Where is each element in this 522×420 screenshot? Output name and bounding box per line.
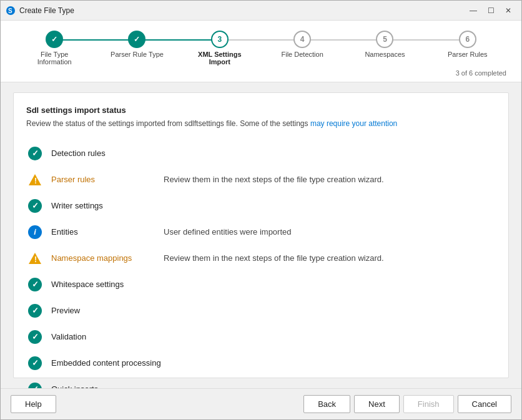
main-window: S Create File Type — ☐ ✕ ✓ File TypeInfo… — [0, 0, 522, 420]
window-controls: — ☐ ✕ — [465, 2, 516, 19]
icon-parser-rules: ! — [26, 171, 44, 188]
footer-right: Back Next Finish Cancel — [303, 395, 511, 413]
settings-row-validation: Validation — [26, 324, 496, 350]
step-6: 6 Parser Rules — [426, 31, 509, 58]
settings-row-whitespace: Whitespace settings — [26, 271, 496, 298]
settings-row-writer: Writer settings — [26, 193, 496, 219]
settings-row-quick-inserts: Quick inserts — [26, 376, 496, 388]
check-icon-preview — [28, 304, 42, 318]
svg-text:!: ! — [34, 255, 37, 264]
settings-name-embedded: Embedded content processing — [51, 358, 164, 368]
step-label-3: XML Settings Import — [192, 51, 248, 66]
footer-left: Help — [11, 395, 56, 413]
step-label-1: File TypeInformation — [37, 51, 72, 66]
panel-title: Sdl settings import status — [26, 105, 496, 115]
step-circle-3: 3 — [211, 31, 229, 48]
settings-row-parser-rules: ! Parser rules Review them in the next s… — [26, 167, 496, 193]
icon-entities — [26, 223, 44, 241]
window-title: Create File Type — [19, 6, 465, 15]
icon-whitespace — [26, 276, 44, 293]
check-icon-whitespace — [28, 278, 42, 291]
check-icon-detection — [28, 147, 42, 160]
icon-embedded — [26, 354, 44, 372]
icon-validation — [26, 328, 44, 346]
step-5: 5 Namespaces — [343, 31, 426, 58]
info-icon-entities — [28, 225, 42, 239]
settings-name-preview: Preview — [51, 306, 164, 315]
close-button[interactable]: ✕ — [500, 2, 516, 19]
step-2: ✓ Parser Rule Type — [96, 31, 178, 58]
title-bar: S Create File Type — ☐ ✕ — [1, 1, 521, 21]
icon-quick-inserts — [26, 381, 44, 388]
settings-name-whitespace: Whitespace settings — [51, 280, 164, 289]
step-label-5: Namespaces — [365, 51, 405, 58]
app-icon: S — [6, 6, 16, 16]
check-icon-quick — [28, 383, 42, 388]
settings-row-embedded: Embedded content processing — [26, 350, 496, 376]
finish-button[interactable]: Finish — [403, 395, 454, 413]
step-label-4: File Detection — [282, 51, 323, 58]
settings-list: Detection rules ! Parser rules — [26, 140, 496, 388]
svg-text:!: ! — [34, 177, 37, 185]
wizard-steps: ✓ File TypeInformation ✓ Parser Rule Typ… — [1, 21, 521, 82]
step-1: ✓ File TypeInformation — [13, 31, 96, 66]
step-4: 4 File Detection — [261, 31, 343, 58]
warn-icon-namespace: ! — [28, 252, 42, 265]
panel-subtitle: Review the status of the settings import… — [26, 119, 496, 129]
step-label-2: Parser Rule Type — [111, 51, 164, 58]
check-icon-embedded — [28, 356, 42, 370]
settings-desc-parser: Review them in the next steps of the fil… — [164, 175, 384, 184]
maximize-button[interactable]: ☐ — [483, 2, 499, 19]
settings-name-entities: Entities — [51, 227, 164, 237]
steps-progress: 3 of 6 completed — [13, 69, 509, 77]
icon-writer — [26, 197, 44, 215]
minimize-button[interactable]: — — [465, 2, 481, 19]
settings-row-preview: Preview — [26, 298, 496, 324]
settings-desc-entities: User defined entities were imported — [164, 227, 292, 237]
step-circle-4: 4 — [293, 31, 311, 48]
settings-row-namespace: ! Namespace mappings Review them in the … — [26, 245, 496, 271]
settings-row-entities: Entities User defined entities were impo… — [26, 219, 496, 245]
settings-name-namespace: Namespace mappings — [51, 253, 164, 263]
settings-row-detection-rules: Detection rules — [26, 140, 496, 167]
help-button[interactable]: Help — [11, 395, 56, 413]
settings-name-validation: Validation — [51, 332, 164, 341]
step-circle-2: ✓ — [128, 31, 145, 48]
cancel-button[interactable]: Cancel — [458, 395, 511, 413]
check-icon-writer — [28, 199, 42, 213]
step-3: 3 XML Settings Import — [179, 31, 261, 66]
subtitle-highlight: may require your attention — [310, 119, 397, 128]
icon-detection-rules — [26, 145, 44, 162]
step-circle-5: 5 — [376, 31, 393, 48]
step-circle-1: ✓ — [46, 31, 63, 48]
svg-text:S: S — [8, 7, 12, 14]
icon-namespace: ! — [26, 250, 44, 267]
content-area: Sdl settings import status Review the st… — [1, 82, 521, 388]
next-button[interactable]: Next — [354, 395, 400, 413]
check-icon-validation — [28, 330, 42, 344]
step-label-6: Parser Rules — [448, 51, 488, 58]
settings-name-detection: Detection rules — [51, 149, 164, 158]
settings-name-writer: Writer settings — [51, 201, 164, 210]
warn-icon-parser: ! — [28, 173, 42, 187]
icon-preview — [26, 302, 44, 320]
settings-name-parser: Parser rules — [51, 175, 164, 184]
subtitle-text-pre: Review the status of the settings import… — [26, 119, 310, 128]
steps-row: ✓ File TypeInformation ✓ Parser Rule Typ… — [13, 31, 509, 66]
step-circle-6: 6 — [459, 31, 476, 48]
import-panel: Sdl settings import status Review the st… — [13, 92, 509, 378]
back-button[interactable]: Back — [303, 395, 350, 413]
settings-desc-namespace: Review them in the next steps of the fil… — [164, 253, 384, 263]
footer: Help Back Next Finish Cancel — [1, 388, 521, 419]
